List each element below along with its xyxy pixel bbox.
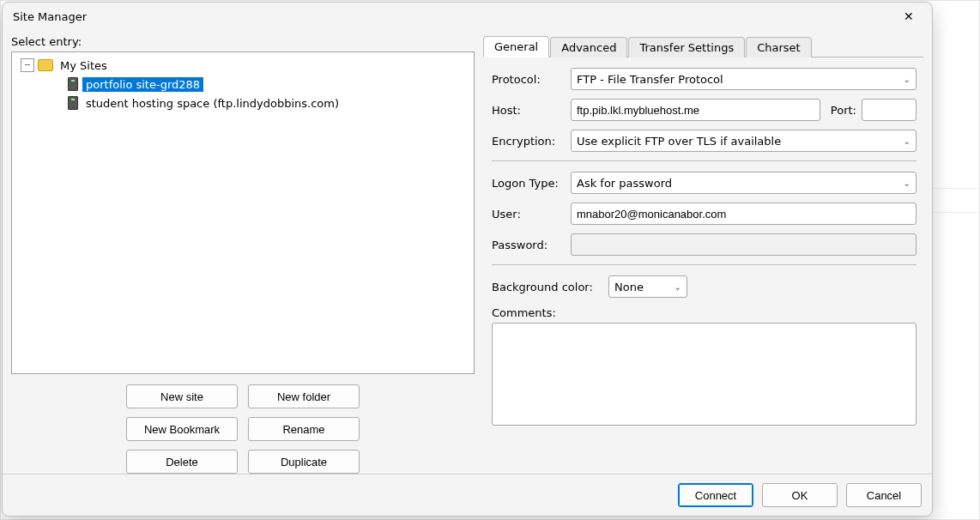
collapse-icon[interactable]: − [21,58,34,72]
tab-advanced[interactable]: Advanced [550,37,627,57]
tree-item-label: portfolio site-grd288 [82,77,203,92]
tab-general[interactable]: General [483,36,549,57]
encryption-select[interactable]: Use explicit FTP over TLS if available ⌄ [571,130,916,152]
duplicate-button[interactable]: Duplicate [248,450,360,474]
port-label: Port: [831,104,856,117]
server-icon [68,77,78,91]
host-input[interactable] [571,99,820,121]
delete-button[interactable]: Delete [126,450,238,474]
folder-icon [38,59,53,71]
ok-button[interactable]: OK [762,483,838,507]
site-manager-dialog: Site Manager ✕ Select entry: − My Sites [2,2,933,517]
chevron-down-icon: ⌄ [904,178,910,188]
comments-label: Comments: [492,306,916,319]
tree-spacer [50,96,64,110]
logon-type-label: Logon Type: [492,177,566,190]
dialog-title: Site Manager [13,10,87,23]
dialog-footer: Connect OK Cancel [3,474,932,516]
new-folder-button[interactable]: New folder [248,384,360,408]
tab-transfer-settings[interactable]: Transfer Settings [628,37,745,57]
close-icon: ✕ [904,9,914,23]
chevron-down-icon: ⌄ [675,282,681,292]
site-tree[interactable]: − My Sites portfolio site-grd288 student… [11,51,475,374]
close-button[interactable]: ✕ [889,3,929,30]
tree-root[interactable]: − My Sites [12,56,474,75]
protocol-select[interactable]: FTP - File Transfer Protocol ⌄ [571,68,916,90]
bg-color-value: None [614,281,644,293]
cancel-button[interactable]: Cancel [846,483,922,507]
tab-charset[interactable]: Charset [746,37,812,57]
bg-color-label: Background color: [492,281,603,293]
connect-button[interactable]: Connect [678,483,753,507]
logon-type-value: Ask for password [577,177,672,190]
chevron-down-icon: ⌄ [904,75,910,84]
titlebar: Site Manager ✕ [3,3,932,30]
encryption-value: Use explicit FTP over TLS if available [577,135,781,148]
protocol-value: FTP - File Transfer Protocol [577,73,723,86]
chevron-down-icon: ⌄ [904,136,910,146]
tree-spacer [50,77,64,91]
tree-item[interactable]: portfolio site-grd288 [12,75,474,94]
rename-button[interactable]: Rename [248,417,360,441]
comments-textarea[interactable] [492,323,916,426]
encryption-label: Encryption: [492,135,566,148]
port-input[interactable] [862,99,916,121]
tab-strip: General Advanced Transfer Settings Chars… [483,35,923,57]
tree-item[interactable]: student hosting space (ftp.lindydobbins.… [12,94,474,112]
select-entry-label: Select entry: [11,35,475,48]
bg-color-select[interactable]: None ⌄ [608,275,687,298]
general-panel: Protocol: FTP - File Transfer Protocol ⌄… [483,57,923,474]
protocol-label: Protocol: [492,73,566,86]
tree-root-label: My Sites [57,58,111,73]
user-label: User: [492,208,566,221]
new-site-button[interactable]: New site [126,384,238,408]
password-label: Password: [492,239,566,251]
new-bookmark-button[interactable]: New Bookmark [126,417,238,441]
user-input[interactable] [571,203,916,225]
server-icon [68,96,78,110]
tree-item-label: student hosting space (ftp.lindydobbins.… [82,96,342,111]
separator [492,264,916,265]
logon-type-select[interactable]: Ask for password ⌄ [571,172,916,194]
separator [492,160,916,161]
host-label: Host: [492,104,566,117]
password-input [571,233,916,256]
